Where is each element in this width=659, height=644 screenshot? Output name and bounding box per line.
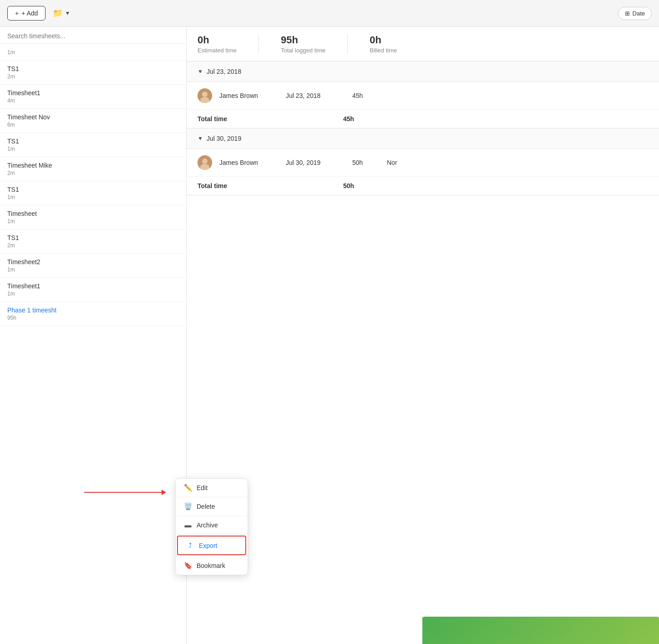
list-item[interactable]: 1m [0,44,186,61]
logged-time-label: Total logged time [281,47,325,54]
context-menu-edit[interactable]: ✏️ Edit [176,479,248,497]
list-item-active[interactable]: Phase 1 timeesht 95h [0,302,186,326]
sidebar-item-name: TS1 [7,65,179,72]
total-row-1: Total time 45h [187,110,659,128]
entry-time: 45h [352,92,380,99]
context-menu: ✏️ Edit 🗑️ Delete ▬ Archive ⤴ Export 🔖 B… [175,478,248,575]
avatar [198,155,212,170]
dropdown-arrow-icon: ▼ [65,10,70,16]
list-item[interactable]: Timesheet Nov 6m [0,109,186,133]
total-row-2: Total time 50h [187,177,659,195]
sidebar-item-name: Timesheet1 [7,282,179,290]
sidebar-item-name: Timesheet2 [7,258,179,266]
list-item[interactable]: Timesheet 1m [0,205,186,230]
context-menu-archive[interactable]: ▬ Archive [176,516,248,534]
entry-date: Jul 23, 2018 [286,92,345,99]
context-menu-bookmark[interactable]: 🔖 Bookmark [176,557,248,575]
section-header-1[interactable]: ▼ Jul 23, 2018 [187,61,659,82]
logged-time-value: 95h [281,34,325,46]
stats-bar: 0h Estimated time 95h Total logged time … [187,27,659,61]
main-content: 1m TS1 2m Timesheet1 4m Timesheet Nov 6m… [0,27,659,644]
sidebar-list: 1m TS1 2m Timesheet1 4m Timesheet Nov 6m… [0,44,186,326]
avatar [198,88,212,103]
timesheet-section-2: ▼ Jul 30, 2019 James Brown Jul 30, 2019 … [187,128,659,195]
search-input[interactable] [7,32,179,40]
table-row: James Brown Jul 30, 2019 50h Nor [187,149,659,177]
section-header-2[interactable]: ▼ Jul 30, 2019 [187,128,659,149]
sidebar-item-duration: 2m [7,242,179,249]
billed-time-value: 0h [370,34,397,46]
sidebar-item-duration: 1m [7,194,179,200]
green-bar [422,617,659,644]
section-date-1: Jul 23, 2018 [207,68,241,75]
sidebar-item-name: Timesheet [7,210,179,217]
sidebar-item-name: Timesheet Mike [7,162,179,169]
total-value-2: 50h [343,182,354,189]
list-item[interactable]: TS1 1m [0,181,186,205]
user-name: James Brown [219,92,279,99]
stat-divider [259,34,259,54]
list-item[interactable]: Timesheet1 4m [0,85,186,109]
edit-icon: ✏️ [184,484,192,492]
list-item[interactable]: Timesheet1 1m [0,278,186,302]
grid-icon: ⊞ [625,10,630,17]
chevron-down-icon: ▼ [198,68,203,75]
arrow-head [162,490,166,495]
sidebar-item-name: TS1 [7,138,179,145]
list-item[interactable]: TS1 1m [0,133,186,157]
add-button[interactable]: + + Add [7,6,46,20]
chevron-down-icon-2: ▼ [198,135,203,142]
add-label: + Add [21,10,38,17]
timesheet-section-1: ▼ Jul 23, 2018 James Brown Jul 23, 2018 … [187,61,659,128]
section-date-2: Jul 30, 2019 [207,135,241,142]
total-label-2: Total time [198,182,343,189]
estimated-time-stat: 0h Estimated time [198,34,237,54]
folder-button[interactable]: 📁 ▼ [50,5,73,21]
search-container [0,27,186,44]
arrow-line [84,492,162,493]
user-name: James Brown [219,159,279,166]
context-menu-export[interactable]: ⤴ Export [177,536,246,555]
list-item[interactable]: TS1 2m [0,61,186,85]
entry-note: Nor [387,159,397,166]
estimated-time-value: 0h [198,34,237,46]
table-row: James Brown Jul 23, 2018 45h [187,82,659,110]
stat-divider-2 [347,34,348,54]
sidebar-item-duration: 2m [7,73,179,80]
list-item[interactable]: Timesheet2 1m [0,254,186,278]
sidebar-item-name: Phase 1 timeesht [7,307,179,314]
sidebar-item-duration: 2m [7,170,179,176]
sidebar-item-duration: 1m [7,266,179,273]
total-label: Total time [198,115,343,123]
delete-icon: 🗑️ [184,502,192,511]
folder-icon: 📁 [53,8,63,18]
sidebar-item-name: TS1 [7,186,179,193]
sidebar-item-name: TS1 [7,234,179,241]
sidebar-item-duration: 6m [7,122,179,128]
sidebar-item-duration: 95h [7,315,179,321]
entry-date: Jul 30, 2019 [286,159,345,166]
export-icon: ⤴ [186,542,194,549]
sidebar-item-duration: 1m [7,49,179,56]
toolbar: + + Add 📁 ▼ ⊞ Date [0,0,659,27]
list-item[interactable]: Timesheet Mike 2m [0,157,186,181]
sidebar-item-duration: 1m [7,291,179,297]
date-button[interactable]: ⊞ Date [618,7,652,20]
estimated-time-label: Estimated time [198,47,237,54]
list-item[interactable]: TS1 2m [0,230,186,254]
arrow [84,490,166,495]
delete-label: Delete [197,503,215,510]
export-label: Export [199,542,217,549]
svg-point-1 [202,92,208,97]
sidebar-item-name: Timesheet1 [7,89,179,97]
sidebar: 1m TS1 2m Timesheet1 4m Timesheet Nov 6m… [0,27,187,644]
sidebar-item-duration: 1m [7,218,179,225]
content-area: 0h Estimated time 95h Total logged time … [187,27,659,644]
svg-point-4 [202,158,208,164]
bookmark-label: Bookmark [197,562,225,569]
archive-icon: ▬ [184,521,192,529]
sidebar-item-duration: 1m [7,146,179,152]
context-menu-delete[interactable]: 🗑️ Delete [176,497,248,516]
logged-time-stat: 95h Total logged time [281,34,325,54]
entry-time: 50h [352,159,380,166]
